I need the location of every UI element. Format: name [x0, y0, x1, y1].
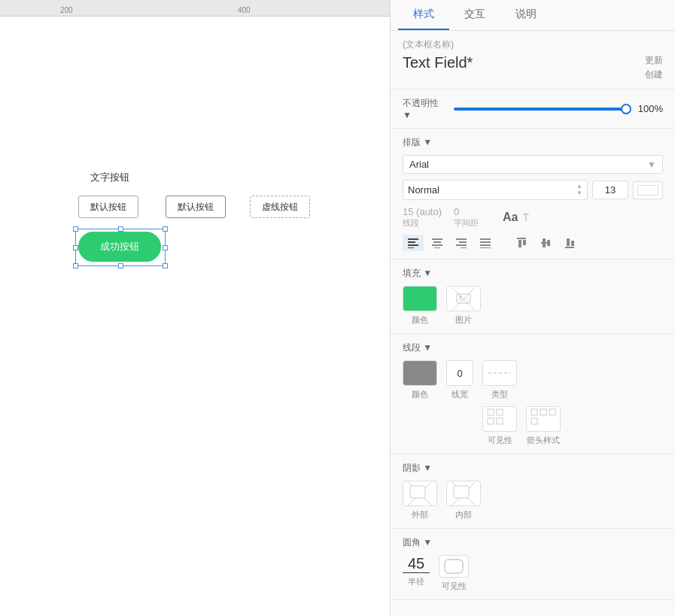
svg-rect-12 — [480, 238, 491, 240]
char-spacing-label: 字间距 — [454, 217, 479, 229]
handle-bc[interactable] — [118, 263, 123, 269]
tab-description[interactable]: 说明 — [500, 0, 552, 30]
font-style-value: Normal — [408, 184, 439, 196]
opacity-slider[interactable] — [454, 108, 627, 111]
stroke-arrow-label: 箭头样式 — [527, 435, 560, 446]
line-spacing-item: 15 (auto) 线段 — [403, 206, 442, 229]
font-style-select[interactable]: Normal ▲ ▼ — [403, 180, 588, 200]
svg-rect-16 — [517, 238, 526, 239]
svg-rect-33 — [540, 409, 546, 415]
fill-image-swatch[interactable] — [446, 286, 481, 311]
radius-v-label: 可见性 — [442, 581, 467, 592]
shadow-inner-swatch[interactable] — [446, 481, 481, 506]
handle-tc[interactable] — [118, 226, 123, 232]
font-size-input[interactable]: 13 — [592, 181, 628, 199]
btn-default-1[interactable]: 默认按钮 — [78, 196, 138, 218]
fill-color-label: 颜色 — [412, 314, 428, 326]
svg-rect-4 — [432, 238, 442, 240]
update-label: 更新 — [645, 54, 663, 67]
handle-tl[interactable] — [73, 226, 78, 232]
stroke-type-swatch[interactable] — [482, 360, 517, 386]
stroke-visibility-label: 可见性 — [488, 435, 512, 446]
opacity-value: 100% — [633, 103, 663, 114]
tt-icon[interactable]: T — [523, 211, 530, 223]
align-center-button[interactable] — [427, 235, 448, 251]
fill-label: 填充 ▼ — [403, 267, 432, 280]
stroke-width-label: 线宽 — [452, 389, 468, 400]
radius-visibility-swatch[interactable] — [439, 555, 469, 578]
svg-rect-30 — [488, 418, 494, 424]
svg-rect-15 — [480, 247, 491, 248]
radius-visibility-item: 可见性 — [439, 555, 469, 592]
radius-label: 圆角 ▼ — [403, 536, 432, 549]
align-justify-button[interactable] — [475, 235, 496, 251]
radius-value-input[interactable]: 45 — [403, 555, 430, 573]
svg-rect-11 — [461, 247, 467, 248]
opacity-label: 不透明性 ▼ — [403, 97, 448, 120]
svg-rect-28 — [488, 409, 494, 415]
tab-style[interactable]: 样式 — [398, 0, 449, 30]
stroke-arrow-swatch[interactable] — [526, 406, 561, 432]
align-right-button[interactable] — [451, 235, 472, 251]
shadow-outer-item: 外部 — [403, 481, 437, 520]
aa-icon[interactable]: Aa — [503, 211, 518, 224]
svg-rect-6 — [432, 244, 442, 246]
fill-color-swatch[interactable] — [403, 286, 437, 311]
font-family-select[interactable]: Arial ▼ — [403, 155, 663, 174]
svg-rect-20 — [543, 238, 546, 247]
field-name-label: (文本框名称) — [403, 38, 663, 51]
svg-rect-31 — [497, 418, 503, 424]
svg-rect-14 — [480, 244, 491, 246]
stroke-section: 线段 ▼ 颜色 0 线宽 类型 — [391, 334, 675, 454]
shadow-outer-swatch[interactable] — [403, 481, 437, 506]
handle-ml[interactable] — [73, 245, 78, 250]
stroke-type-label: 类型 — [491, 389, 508, 400]
svg-rect-21 — [547, 240, 550, 246]
svg-rect-8 — [456, 238, 467, 240]
svg-rect-38 — [445, 560, 463, 573]
font-chevron-icon: ▼ — [647, 159, 656, 170]
stroke-width-item: 0 线宽 — [446, 360, 473, 400]
stroke-visibility-swatch[interactable] — [482, 406, 517, 432]
svg-rect-24 — [571, 241, 574, 246]
line-spacing-value: 15 (auto) — [403, 206, 442, 217]
handle-tr[interactable] — [163, 226, 168, 232]
btn-dashed[interactable]: 虚线按钮 — [250, 196, 310, 218]
btn-success[interactable]: 成功按钮 — [78, 232, 161, 262]
stroke-arrow-item: 箭头样式 — [526, 406, 561, 446]
stroke-width-input[interactable]: 0 — [446, 360, 473, 386]
btn-default-2[interactable]: 默认按钮 — [166, 196, 226, 218]
svg-rect-2 — [408, 244, 418, 246]
svg-rect-13 — [480, 241, 491, 243]
svg-rect-17 — [518, 240, 521, 247]
valign-top-button[interactable] — [511, 235, 532, 251]
shadow-section: 阴影 ▼ 外部 — [391, 454, 675, 529]
stroke-label: 线段 ▼ — [403, 341, 432, 354]
radius-value-item: 45 半径 — [403, 555, 430, 587]
text-preview-box — [633, 181, 663, 199]
svg-rect-10 — [456, 244, 467, 246]
valign-middle-button[interactable] — [535, 235, 556, 251]
svg-rect-5 — [433, 241, 441, 243]
handle-mr[interactable] — [163, 245, 168, 250]
align-left-button[interactable] — [403, 235, 424, 251]
svg-rect-35 — [531, 418, 537, 424]
svg-rect-25 — [457, 294, 470, 303]
radius-section: 圆角 ▼ 45 半径 可见性 — [391, 529, 675, 600]
handle-br[interactable] — [163, 263, 168, 269]
handle-bl[interactable] — [73, 263, 78, 269]
canvas-area: 200 400 文字按钮 默认按钮 默认按钮 虚线按钮 成功按钮 — [0, 0, 391, 616]
svg-rect-22 — [565, 247, 574, 248]
svg-rect-7 — [434, 247, 440, 248]
stroke-color-swatch[interactable] — [403, 360, 437, 386]
opacity-section: 不透明性 ▼ 100% — [391, 90, 675, 129]
valign-bottom-button[interactable] — [559, 235, 580, 251]
text-style-icons: Aa T — [503, 211, 529, 224]
create-label: 创建 — [645, 68, 663, 81]
svg-rect-32 — [531, 409, 537, 415]
font-name: Arial — [409, 159, 429, 170]
fill-color-item: 颜色 — [403, 286, 437, 326]
fill-image-item: 图片 — [446, 286, 481, 326]
fill-section: 填充 ▼ 颜色 图片 — [391, 259, 675, 334]
tab-interact[interactable]: 交互 — [449, 0, 500, 30]
